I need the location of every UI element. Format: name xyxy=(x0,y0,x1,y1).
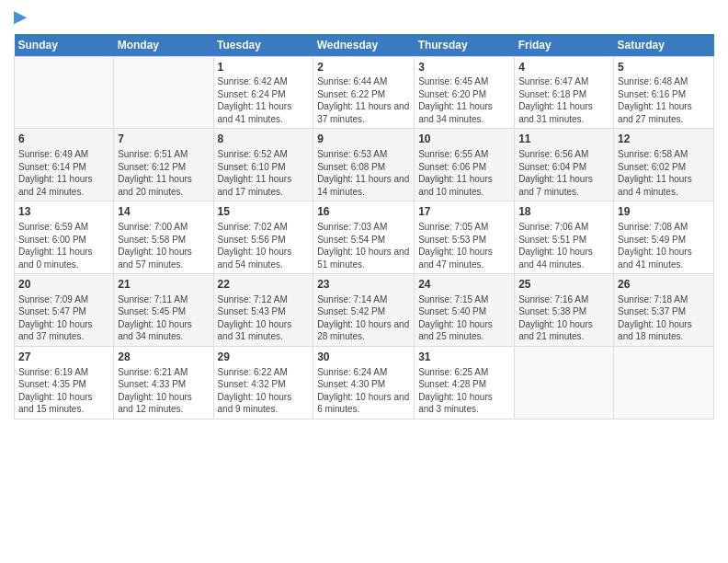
day-number: 26 xyxy=(618,277,710,293)
day-header-friday: Friday xyxy=(515,34,614,57)
calendar-cell: 4Sunrise: 6:47 AM Sunset: 6:18 PM Daylig… xyxy=(515,56,614,129)
day-number: 11 xyxy=(518,132,609,147)
cell-content: Sunrise: 6:59 AM Sunset: 6:00 PM Dayligh… xyxy=(18,221,109,270)
calendar-cell: 29Sunrise: 6:22 AM Sunset: 4:32 PM Dayli… xyxy=(213,346,313,419)
cell-content: Sunrise: 6:47 AM Sunset: 6:18 PM Dayligh… xyxy=(518,75,609,125)
day-number: 13 xyxy=(18,204,109,220)
calendar-cell: 25Sunrise: 7:16 AM Sunset: 5:38 PM Dayli… xyxy=(515,274,614,347)
calendar-cell: 23Sunrise: 7:14 AM Sunset: 5:42 PM Dayli… xyxy=(313,274,415,347)
calendar-cell: 6Sunrise: 6:49 AM Sunset: 6:14 PM Daylig… xyxy=(15,129,114,201)
cell-content: Sunrise: 6:53 AM Sunset: 6:08 PM Dayligh… xyxy=(317,148,410,198)
cell-content: Sunrise: 7:00 AM Sunset: 5:58 PM Dayligh… xyxy=(118,221,209,270)
day-number: 25 xyxy=(518,277,609,293)
week-row-5: 27Sunrise: 6:19 AM Sunset: 4:35 PM Dayli… xyxy=(15,346,714,419)
cell-content: Sunrise: 7:15 AM Sunset: 5:40 PM Dayligh… xyxy=(418,293,510,343)
calendar-cell: 17Sunrise: 7:05 AM Sunset: 5:53 PM Dayli… xyxy=(415,201,515,274)
cell-content: Sunrise: 7:11 AM Sunset: 5:45 PM Dayligh… xyxy=(118,293,209,343)
cell-content: Sunrise: 7:14 AM Sunset: 5:42 PM Dayligh… xyxy=(317,293,410,343)
logo: ▶ xyxy=(14,9,26,27)
day-number: 2 xyxy=(317,60,410,75)
day-number: 16 xyxy=(317,204,410,220)
day-number: 15 xyxy=(218,204,310,220)
day-number: 31 xyxy=(418,350,510,365)
calendar-cell xyxy=(15,56,114,129)
calendar-cell: 22Sunrise: 7:12 AM Sunset: 5:43 PM Dayli… xyxy=(213,274,313,347)
day-header-wednesday: Wednesday xyxy=(313,34,415,57)
cell-content: Sunrise: 6:48 AM Sunset: 6:16 PM Dayligh… xyxy=(618,75,710,125)
day-number: 6 xyxy=(18,132,109,147)
day-number: 12 xyxy=(618,132,710,147)
cell-content: Sunrise: 6:22 AM Sunset: 4:32 PM Dayligh… xyxy=(218,366,310,416)
logo-text: ▶ xyxy=(14,9,26,27)
cell-content: Sunrise: 7:05 AM Sunset: 5:53 PM Dayligh… xyxy=(418,221,510,270)
cell-content: Sunrise: 6:45 AM Sunset: 6:20 PM Dayligh… xyxy=(418,75,510,125)
cell-content: Sunrise: 7:18 AM Sunset: 5:37 PM Dayligh… xyxy=(618,293,710,343)
calendar-cell: 3Sunrise: 6:45 AM Sunset: 6:20 PM Daylig… xyxy=(415,56,515,129)
calendar-cell: 19Sunrise: 7:08 AM Sunset: 5:49 PM Dayli… xyxy=(614,201,714,274)
calendar-cell: 18Sunrise: 7:06 AM Sunset: 5:51 PM Dayli… xyxy=(515,201,614,274)
cell-content: Sunrise: 7:08 AM Sunset: 5:49 PM Dayligh… xyxy=(618,221,710,270)
day-number: 20 xyxy=(18,277,109,293)
day-header-tuesday: Tuesday xyxy=(213,34,313,57)
calendar-cell: 27Sunrise: 6:19 AM Sunset: 4:35 PM Dayli… xyxy=(15,346,114,419)
calendar-cell: 14Sunrise: 7:00 AM Sunset: 5:58 PM Dayli… xyxy=(114,201,213,274)
day-number: 1 xyxy=(218,60,310,75)
day-number: 9 xyxy=(317,132,410,147)
day-number: 10 xyxy=(418,132,510,147)
cell-content: Sunrise: 6:44 AM Sunset: 6:22 PM Dayligh… xyxy=(317,75,410,125)
day-number: 21 xyxy=(118,277,209,293)
calendar-cell xyxy=(114,56,213,129)
cell-content: Sunrise: 6:25 AM Sunset: 4:28 PM Dayligh… xyxy=(418,366,510,416)
calendar-cell: 7Sunrise: 6:51 AM Sunset: 6:12 PM Daylig… xyxy=(114,129,213,201)
page-header: ▶ xyxy=(14,9,714,27)
day-number: 17 xyxy=(418,204,510,220)
calendar-cell: 1Sunrise: 6:42 AM Sunset: 6:24 PM Daylig… xyxy=(213,56,313,129)
day-number: 22 xyxy=(218,277,310,293)
cell-content: Sunrise: 6:56 AM Sunset: 6:04 PM Dayligh… xyxy=(518,148,609,198)
calendar-cell xyxy=(614,346,714,419)
calendar-cell: 11Sunrise: 6:56 AM Sunset: 6:04 PM Dayli… xyxy=(515,129,614,201)
calendar-cell: 26Sunrise: 7:18 AM Sunset: 5:37 PM Dayli… xyxy=(614,274,714,347)
day-header-monday: Monday xyxy=(114,34,213,57)
day-number: 19 xyxy=(618,204,710,220)
day-number: 5 xyxy=(618,60,710,75)
day-number: 14 xyxy=(118,204,209,220)
day-number: 27 xyxy=(18,350,109,365)
days-header-row: SundayMondayTuesdayWednesdayThursdayFrid… xyxy=(15,34,714,57)
calendar-cell: 30Sunrise: 6:24 AM Sunset: 4:30 PM Dayli… xyxy=(313,346,415,419)
day-number: 3 xyxy=(418,60,510,75)
day-number: 23 xyxy=(317,277,410,293)
day-header-sunday: Sunday xyxy=(15,34,114,57)
calendar-cell: 13Sunrise: 6:59 AM Sunset: 6:00 PM Dayli… xyxy=(15,201,114,274)
calendar-cell: 28Sunrise: 6:21 AM Sunset: 4:33 PM Dayli… xyxy=(114,346,213,419)
calendar-cell xyxy=(515,346,614,419)
cell-content: Sunrise: 6:51 AM Sunset: 6:12 PM Dayligh… xyxy=(118,148,209,198)
day-number: 4 xyxy=(518,60,609,75)
cell-content: Sunrise: 7:03 AM Sunset: 5:54 PM Dayligh… xyxy=(317,221,410,270)
day-number: 18 xyxy=(518,204,609,220)
calendar-cell: 31Sunrise: 6:25 AM Sunset: 4:28 PM Dayli… xyxy=(415,346,515,419)
calendar-cell: 24Sunrise: 7:15 AM Sunset: 5:40 PM Dayli… xyxy=(415,274,515,347)
cell-content: Sunrise: 7:16 AM Sunset: 5:38 PM Dayligh… xyxy=(518,293,609,343)
calendar-cell: 10Sunrise: 6:55 AM Sunset: 6:06 PM Dayli… xyxy=(415,129,515,201)
cell-content: Sunrise: 7:06 AM Sunset: 5:51 PM Dayligh… xyxy=(518,221,609,270)
day-number: 7 xyxy=(118,132,209,147)
cell-content: Sunrise: 6:52 AM Sunset: 6:10 PM Dayligh… xyxy=(218,148,310,198)
calendar-cell: 21Sunrise: 7:11 AM Sunset: 5:45 PM Dayli… xyxy=(114,274,213,347)
calendar-cell: 12Sunrise: 6:58 AM Sunset: 6:02 PM Dayli… xyxy=(614,129,714,201)
calendar-table: SundayMondayTuesdayWednesdayThursdayFrid… xyxy=(14,34,714,419)
day-number: 30 xyxy=(317,350,410,365)
cell-content: Sunrise: 6:24 AM Sunset: 4:30 PM Dayligh… xyxy=(317,366,410,416)
calendar-cell: 2Sunrise: 6:44 AM Sunset: 6:22 PM Daylig… xyxy=(313,56,415,129)
week-row-4: 20Sunrise: 7:09 AM Sunset: 5:47 PM Dayli… xyxy=(15,274,714,347)
cell-content: Sunrise: 6:19 AM Sunset: 4:35 PM Dayligh… xyxy=(18,366,109,416)
week-row-3: 13Sunrise: 6:59 AM Sunset: 6:00 PM Dayli… xyxy=(15,201,714,274)
cell-content: Sunrise: 6:55 AM Sunset: 6:06 PM Dayligh… xyxy=(418,148,510,198)
day-number: 24 xyxy=(418,277,510,293)
day-header-thursday: Thursday xyxy=(415,34,515,57)
calendar-cell: 5Sunrise: 6:48 AM Sunset: 6:16 PM Daylig… xyxy=(614,56,714,129)
calendar-cell: 15Sunrise: 7:02 AM Sunset: 5:56 PM Dayli… xyxy=(213,201,313,274)
cell-content: Sunrise: 6:42 AM Sunset: 6:24 PM Dayligh… xyxy=(218,75,310,125)
week-row-2: 6Sunrise: 6:49 AM Sunset: 6:14 PM Daylig… xyxy=(15,129,714,201)
cell-content: Sunrise: 6:58 AM Sunset: 6:02 PM Dayligh… xyxy=(618,148,710,198)
